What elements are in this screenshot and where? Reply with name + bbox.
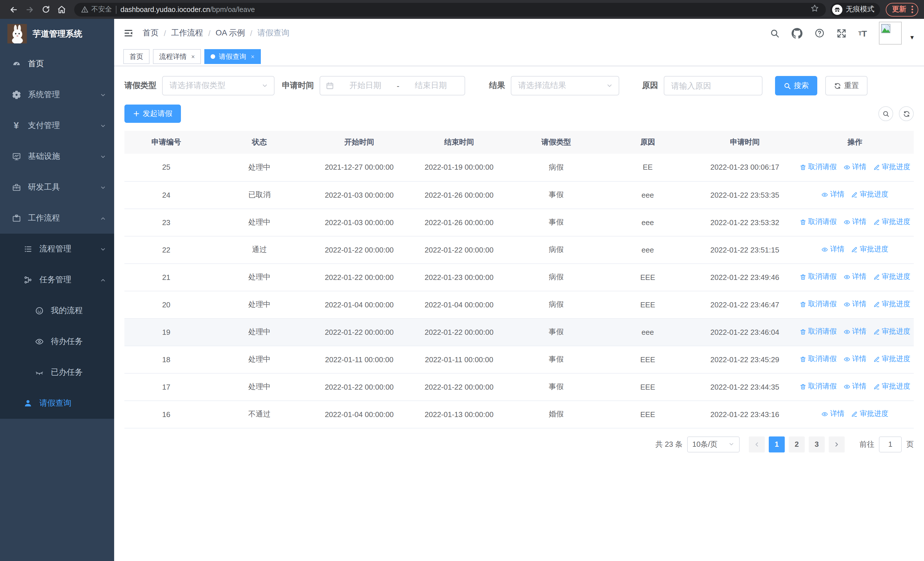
detail-action-link[interactable]: 详情	[843, 382, 866, 392]
sidebar-item-首页[interactable]: 首页	[0, 48, 114, 80]
reload-icon[interactable]	[38, 2, 54, 17]
sidebar-item-我的流程[interactable]: 我的流程	[0, 295, 114, 326]
page-button-3[interactable]: 3	[809, 436, 825, 452]
home-icon[interactable]	[54, 2, 70, 17]
refresh-table-icon[interactable]	[899, 106, 914, 121]
search-button[interactable]: 搜索	[775, 76, 817, 95]
cancel-action-link[interactable]: 取消请假	[800, 217, 837, 227]
detail-action-link[interactable]: 详情	[822, 190, 844, 200]
tab-流程详情[interactable]: 流程详情×	[153, 49, 201, 64]
cell-applied: 2022-01-22 23:43:16	[693, 400, 796, 428]
progress-action-link[interactable]: 审批进度	[851, 409, 888, 419]
detail-action-link[interactable]: 详情	[843, 327, 866, 337]
progress-action-link[interactable]: 审批进度	[873, 382, 910, 392]
reason-input[interactable]	[671, 81, 755, 90]
pen-icon	[851, 246, 858, 253]
prev-page-icon[interactable]	[749, 436, 765, 452]
goto-page-input[interactable]	[879, 436, 902, 452]
tab-请假查询[interactable]: 请假查询×	[205, 49, 261, 64]
close-icon[interactable]: ×	[251, 53, 255, 60]
sidebar-item-研发工具[interactable]: 研发工具	[0, 172, 114, 203]
sidebar-item-基础设施[interactable]: 基础设施	[0, 141, 114, 172]
sidebar-item-已办任务[interactable]: 已办任务	[0, 357, 114, 388]
cell-id: 19	[124, 318, 208, 346]
url-bar[interactable]: 不安全 dashboard.yudao.iocoder.cn/bpm/oa/le…	[74, 3, 826, 16]
sidebar-item-任务管理[interactable]: 任务管理	[0, 265, 114, 295]
detail-action-link[interactable]: 详情	[843, 355, 866, 364]
cancel-action-link[interactable]: 取消请假	[800, 272, 837, 282]
github-icon[interactable]	[792, 28, 802, 39]
reset-button[interactable]: 重置	[825, 76, 867, 95]
cell-start: 2022-01-04 00:00:00	[311, 400, 408, 428]
progress-action-link[interactable]: 审批进度	[873, 327, 910, 337]
cell-actions: 取消请假详情审批进度	[796, 373, 914, 400]
breadcrumb-item[interactable]: 工作流程	[171, 28, 203, 38]
show-search-icon[interactable]	[878, 106, 893, 121]
cancel-action-link[interactable]: 取消请假	[800, 300, 837, 309]
font-size-icon[interactable]: TT	[858, 28, 867, 38]
cell-type: 婚假	[510, 400, 602, 428]
breadcrumb-separator: /	[208, 29, 211, 38]
result-select[interactable]: 请选择流结果	[511, 76, 619, 95]
detail-action-link[interactable]: 详情	[843, 300, 866, 309]
breadcrumb-item[interactable]: 首页	[142, 28, 159, 38]
app-logo-row[interactable]: 芋道管理系统	[0, 19, 114, 48]
eye-closed-icon	[34, 368, 44, 378]
sidebar-item-流程管理[interactable]: 流程管理	[0, 234, 114, 265]
progress-action-link[interactable]: 审批进度	[851, 245, 888, 254]
security-status[interactable]: 不安全	[81, 5, 112, 14]
date-start-placeholder[interactable]: 开始日期	[337, 81, 393, 91]
trash-icon	[800, 356, 806, 363]
tab-首页[interactable]: 首页	[123, 49, 150, 64]
apply-time-range-picker[interactable]: 开始日期 - 结束日期	[320, 76, 465, 95]
pager: 123	[749, 436, 844, 452]
sidebar-item-支付管理[interactable]: ¥支付管理	[0, 110, 114, 141]
progress-action-link[interactable]: 审批进度	[873, 355, 910, 364]
help-icon[interactable]	[814, 28, 825, 38]
detail-action-link[interactable]: 详情	[843, 272, 866, 282]
date-end-placeholder[interactable]: 结束日期	[403, 81, 459, 91]
sidebar-item-待办任务[interactable]: 待办任务	[0, 326, 114, 357]
page-button-1[interactable]: 1	[769, 436, 785, 452]
detail-action-link[interactable]: 详情	[843, 162, 866, 172]
detail-action-link[interactable]: 详情	[822, 245, 844, 254]
cell-id: 22	[124, 236, 208, 263]
back-icon[interactable]	[6, 2, 22, 17]
detail-action-link[interactable]: 详情	[843, 217, 866, 227]
cancel-action-link[interactable]: 取消请假	[800, 327, 837, 337]
sidebar-item-工作流程[interactable]: 工作流程	[0, 203, 114, 234]
avatar[interactable]	[879, 22, 902, 45]
search-icon[interactable]	[770, 28, 780, 38]
table-tools	[878, 106, 914, 121]
progress-action-link[interactable]: 审批进度	[873, 162, 910, 172]
star-icon[interactable]	[810, 4, 819, 15]
progress-action-link[interactable]: 审批进度	[873, 272, 910, 282]
cancel-action-link[interactable]: 取消请假	[800, 162, 837, 172]
caret-down-icon[interactable]: ▼	[909, 34, 915, 40]
kebab-menu-icon[interactable]	[912, 6, 913, 13]
cancel-action-link[interactable]: 取消请假	[800, 382, 837, 392]
page-button-2[interactable]: 2	[789, 436, 805, 452]
create-leave-button[interactable]: 发起请假	[124, 105, 181, 123]
cell-status: 通过	[208, 236, 311, 263]
screen: 不安全 dashboard.yudao.iocoder.cn/bpm/oa/le…	[0, 0, 924, 561]
sidebar-fold-icon[interactable]	[123, 28, 134, 38]
progress-action-link[interactable]: 审批进度	[851, 190, 888, 200]
column-header-申请编号: 申请编号	[124, 131, 208, 154]
detail-action-link[interactable]: 详情	[822, 409, 844, 419]
leave-type-select[interactable]: 请选择请假类型	[162, 76, 274, 95]
page-size-select[interactable]: 10条/页	[687, 436, 740, 452]
browser-update-button[interactable]: 更新	[886, 3, 918, 16]
chevron-down-icon	[100, 153, 106, 160]
page-unit-label: 页	[906, 439, 914, 449]
forward-icon[interactable]	[22, 2, 38, 17]
cancel-action-link[interactable]: 取消请假	[800, 355, 837, 364]
sidebar-item-系统管理[interactable]: 系统管理	[0, 80, 114, 110]
fullscreen-icon[interactable]	[837, 28, 846, 38]
close-icon[interactable]: ×	[191, 53, 195, 60]
breadcrumb-item[interactable]: OA 示例	[216, 28, 245, 38]
next-page-icon[interactable]	[829, 436, 844, 452]
progress-action-link[interactable]: 审批进度	[873, 217, 910, 227]
progress-action-link[interactable]: 审批进度	[873, 300, 910, 309]
sidebar-item-请假查询[interactable]: 请假查询	[0, 388, 114, 419]
